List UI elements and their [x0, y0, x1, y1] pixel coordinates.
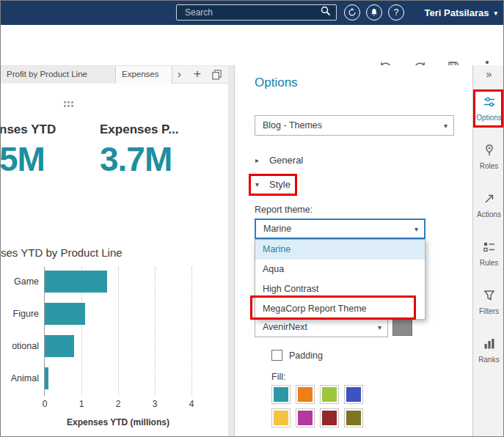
bar-category-label: Figure	[1, 303, 39, 325]
fill-swatch-row-2	[271, 408, 363, 427]
kpi-title: Expenses P...	[100, 122, 178, 137]
theme-option-marine[interactable]: Marine	[255, 240, 425, 260]
fill-swatch-green[interactable]	[320, 385, 339, 404]
chevron-right-icon: ▸	[255, 156, 263, 164]
right-rail: » Options Roles Actions Rules	[472, 65, 504, 437]
actions-arrow-icon	[483, 192, 496, 208]
filter-funnel-icon	[483, 289, 496, 305]
swatch-color	[346, 411, 361, 425]
edit-toolbar	[1, 25, 504, 65]
rail-item-options[interactable]: Options	[473, 90, 504, 127]
gridline	[118, 267, 119, 396]
chevron-down-icon: ▾	[494, 10, 497, 17]
swatch-color	[274, 387, 288, 402]
duplicate-page-icon[interactable]	[211, 69, 222, 83]
bar-category-label: otional	[1, 335, 39, 357]
report-canvas[interactable]: nses YTD 5M Expenses P... 3.7M ses YTD b…	[1, 84, 228, 437]
fill-swatch-orange[interactable]	[296, 385, 315, 404]
fill-swatch-magenta[interactable]	[296, 408, 315, 427]
fill-swatch-olive[interactable]	[344, 408, 363, 427]
report-theme-label: Report theme:	[255, 205, 313, 215]
x-tick: 2	[116, 399, 121, 409]
history-icon[interactable]	[344, 4, 360, 21]
drag-handle-icon[interactable]	[64, 101, 75, 109]
rail-item-filters[interactable]: Filters	[473, 284, 504, 320]
gridline	[155, 267, 156, 396]
rail-item-roles[interactable]: Roles	[473, 139, 504, 175]
tab-overflow-chevron-icon[interactable]: ›	[178, 67, 181, 80]
fill-label: Fill:	[271, 372, 285, 382]
chart-title: ses YTD by Product Line	[1, 246, 123, 259]
search-box[interactable]	[176, 4, 337, 21]
fill-swatch-teal[interactable]	[271, 385, 291, 404]
kpi-tile-expenses-ytd[interactable]: nses YTD 5M	[0, 122, 56, 179]
help-icon[interactable]: ?	[388, 4, 404, 21]
app-window: ? Teri Patsilaras ▾ Profit by Product Li…	[0, 0, 504, 437]
bar-game[interactable]	[45, 271, 107, 293]
user-name: Teri Patsilaras	[425, 7, 489, 18]
notifications-bell-icon[interactable]	[366, 4, 382, 21]
theme-options-list: Marine Aqua High Contrast MegaCorp Repor…	[255, 239, 426, 320]
add-page-button[interactable]: +	[194, 67, 201, 81]
rail-item-ranks[interactable]: Ranks	[473, 332, 504, 369]
swatch-color	[298, 387, 313, 402]
rail-item-rules[interactable]: Rules	[473, 235, 504, 272]
x-tick: 4	[189, 399, 194, 409]
options-icon	[483, 95, 496, 111]
chevron-down-icon: ▾	[255, 180, 263, 188]
canvas-background	[228, 65, 234, 437]
report-theme-value: Marine	[263, 224, 291, 234]
swatch-color	[274, 411, 288, 425]
swatch-color	[346, 387, 361, 402]
font-value: AvenirNext	[263, 322, 307, 332]
object-selector-value: Blog - Themes	[263, 120, 322, 131]
ranks-bars-icon	[483, 337, 496, 353]
chevron-down-icon: ▾	[378, 323, 381, 331]
panel-title: Options	[255, 76, 298, 90]
page-tab-bar: Profit by Product Line Expenses › +	[1, 65, 234, 84]
padding-checkbox[interactable]	[271, 350, 282, 361]
swatch-color	[298, 411, 313, 425]
rail-item-actions[interactable]: Actions	[473, 187, 504, 224]
padding-checkbox-row[interactable]: Padding	[271, 350, 323, 361]
bar-figure[interactable]	[45, 303, 85, 325]
kpi-title: nses YTD	[0, 122, 56, 137]
kpi-value: 5M	[0, 139, 56, 179]
search-icon	[320, 5, 332, 20]
user-menu[interactable]: Teri Patsilaras ▾	[425, 1, 497, 25]
chevron-down-icon: ▾	[444, 122, 448, 130]
question-mark-glyph: ?	[394, 7, 399, 18]
swatch-color	[322, 411, 337, 425]
padding-label: Padding	[289, 350, 323, 361]
font-dropdown[interactable]: AvenirNext ▾	[255, 317, 388, 337]
theme-option-aqua[interactable]: Aqua	[255, 260, 425, 279]
chevron-down-icon: ▾	[414, 225, 418, 233]
tab-profit-by-product-line[interactable]: Profit by Product Line	[1, 66, 116, 84]
rules-icon	[483, 240, 496, 257]
fill-swatch-row-1	[271, 385, 363, 404]
section-general[interactable]: ▸ General	[255, 155, 303, 166]
top-bar: ? Teri Patsilaras ▾	[1, 1, 504, 25]
report-theme-dropdown[interactable]: Marine ▾	[255, 218, 426, 239]
tab-expenses[interactable]: Expenses	[116, 66, 172, 84]
collapse-panel-button[interactable]: »	[473, 68, 504, 80]
swatch-color	[322, 387, 337, 402]
bar-promotional[interactable]	[45, 335, 74, 357]
x-tick: 3	[153, 399, 158, 409]
theme-option-high-contrast[interactable]: High Contrast	[255, 279, 425, 299]
bar-category-label: Animal	[1, 367, 39, 389]
object-selector-dropdown[interactable]: Blog - Themes ▾	[255, 115, 454, 136]
gridline	[191, 267, 192, 396]
search-input[interactable]	[183, 7, 320, 18]
kpi-value: 3.7M	[100, 139, 178, 179]
section-style[interactable]: ▾ Style	[255, 179, 291, 190]
kpi-tile-expenses-p[interactable]: Expenses P... 3.7M	[100, 122, 178, 179]
fill-swatch-blue[interactable]	[344, 385, 363, 404]
fill-swatch-darkred[interactable]	[320, 408, 339, 427]
fill-swatch-yellow[interactable]	[271, 408, 291, 427]
x-tick: 1	[79, 399, 84, 409]
options-panel: Options Blog - Themes ▾ ▸ General ▾ Styl…	[234, 65, 472, 437]
theme-option-megacorp-report-theme[interactable]: MegaCorp Report Theme	[255, 299, 425, 319]
bar-animal[interactable]	[45, 367, 48, 389]
x-axis-label: Expenses YTD (millions)	[45, 417, 191, 427]
